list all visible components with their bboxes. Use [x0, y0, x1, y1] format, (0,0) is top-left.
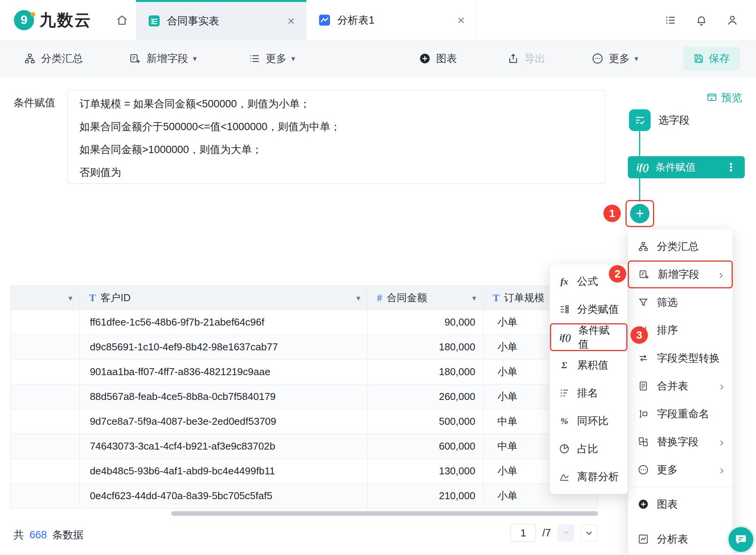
- page-number-input[interactable]: [510, 524, 536, 542]
- menu-divider: [628, 487, 732, 487]
- notification-bell-icon[interactable]: [696, 14, 707, 26]
- group-summary-button[interactable]: 分类汇总: [23, 52, 83, 65]
- menu-item-field-type-convert[interactable]: 字段类型转换: [628, 344, 732, 372]
- menu-item-merge-table[interactable]: 合并表 ›: [628, 372, 732, 400]
- chart-tab-icon: [318, 14, 331, 27]
- filter-caret-icon[interactable]: ▾: [472, 293, 476, 303]
- submenu-item-condition-assignment[interactable]: if() 条件赋值: [550, 323, 627, 351]
- text-field-icon: T: [493, 292, 499, 304]
- column-header-contract-amount[interactable]: # 合同金额 ▾: [368, 286, 483, 310]
- sigma-icon: Σ: [558, 360, 571, 371]
- category-assignment-icon: [558, 304, 571, 315]
- pie-icon: [558, 443, 571, 454]
- more-actions-label: 更多: [609, 52, 630, 65]
- menu-item-label: 排序: [657, 323, 678, 337]
- row-index-cell: [11, 459, 80, 484]
- preview-button[interactable]: 预览: [706, 91, 742, 105]
- amount-cell: 90,000: [368, 310, 483, 335]
- amount-cell: 600,000: [368, 434, 483, 459]
- toolbar: 分类汇总 新增字段 ▾ 更多 ▾ 图表 导出: [0, 40, 756, 77]
- next-page-button[interactable]: [581, 524, 598, 541]
- table-row: 74643073-3ca1-4cf4-b921-af3e9c83702b 600…: [11, 434, 598, 459]
- submenu-item-period-comparison[interactable]: % 同环比: [550, 407, 627, 435]
- percent-icon: %: [558, 416, 571, 426]
- sitemap-icon: [637, 241, 650, 252]
- filter-caret-icon[interactable]: ▾: [356, 293, 360, 303]
- submenu-item-ranking[interactable]: 排名: [550, 379, 627, 407]
- add-field-submenu: fx 公式 分类赋值 if() 条件赋值 Σ 累积值 排名 % 同环比: [550, 264, 628, 494]
- save-icon: [693, 53, 704, 64]
- kebab-menu-icon[interactable]: ⋮: [725, 161, 736, 174]
- menu-item-rename-field[interactable]: 字段重命名: [628, 400, 732, 428]
- tab-contract-fact-table[interactable]: 合同事实表 ×: [136, 0, 306, 40]
- home-icon: [116, 14, 128, 26]
- column-header-hidden[interactable]: ▾: [11, 286, 80, 310]
- customer-service-chat-button[interactable]: [727, 525, 755, 554]
- step-badge-2: 2: [609, 265, 626, 283]
- app-window: 9 九数云 合同事实表 × 分析表1 ×: [0, 0, 756, 555]
- number-field-icon: #: [377, 292, 382, 304]
- flow-node-select-field[interactable]: 选字段: [629, 109, 690, 131]
- user-account-icon[interactable]: [727, 14, 738, 26]
- submenu-item-proportion[interactable]: 占比: [550, 435, 627, 463]
- chart-button[interactable]: 图表: [418, 52, 457, 65]
- menu-item-add-field[interactable]: 新增字段 ›: [628, 260, 733, 288]
- replace-field-icon: [637, 436, 650, 447]
- plus-circle-icon: [637, 499, 650, 510]
- chevron-right-icon: ›: [720, 380, 724, 392]
- flow-node-condition-assignment[interactable]: if() 条件赋值 ⋮: [628, 156, 745, 178]
- menu-item-label: 筛选: [657, 295, 678, 309]
- submenu-item-label: 公式: [577, 274, 598, 288]
- menu-item-filter[interactable]: 筛选: [628, 288, 732, 316]
- total-count: 668: [29, 529, 47, 541]
- home-button[interactable]: [108, 0, 136, 40]
- menu-item-label: 新增字段: [658, 267, 699, 281]
- condition-formula-editor[interactable]: 订单规模 = 如果合同金额<500000，则值为小单； 如果合同金额介于5000…: [67, 90, 605, 184]
- row-index-cell: [11, 360, 80, 384]
- scrollbar-thumb[interactable]: [171, 511, 598, 516]
- submenu-item-label: 排名: [577, 386, 598, 400]
- menu-item-chart[interactable]: 图表: [628, 490, 732, 518]
- merge-table-icon: [637, 381, 650, 391]
- chevron-right-icon: ›: [719, 268, 723, 281]
- add-field-button[interactable]: 新增字段 ▾: [129, 52, 197, 65]
- row-index-cell: [11, 335, 80, 360]
- add-field-icon: [129, 53, 142, 64]
- previous-page-button[interactable]: [557, 524, 574, 541]
- if-icon: if(): [636, 162, 649, 173]
- submenu-item-cumulative-value[interactable]: Σ 累积值: [550, 351, 627, 379]
- tab-label: 合同事实表: [167, 14, 219, 28]
- export-button[interactable]: 导出: [507, 52, 545, 65]
- task-list-icon[interactable]: [665, 14, 676, 26]
- save-label: 保存: [709, 52, 730, 65]
- step-badge-3: 3: [631, 326, 648, 344]
- more-tools-button[interactable]: 更多 ▾: [248, 52, 295, 65]
- close-icon[interactable]: ×: [287, 15, 295, 27]
- menu-item-analysis-table[interactable]: 分析表: [628, 525, 732, 553]
- page-total-label: /7: [542, 527, 551, 539]
- column-header-customer-id[interactable]: T 客户ID ▾: [80, 286, 368, 310]
- more-actions-button[interactable]: 更多 ▾: [591, 52, 638, 65]
- formula-line: 如果合同金额介于500000<=值<1000000，则值为中单；: [79, 115, 593, 138]
- menu-item-label: 字段类型转换: [657, 351, 720, 365]
- rename-field-icon: [637, 408, 650, 419]
- amount-cell: 210,000: [368, 484, 483, 508]
- submenu-item-outlier-analysis[interactable]: 离群分析: [550, 463, 627, 491]
- sitemap-icon: [23, 53, 36, 64]
- submenu-item-category-assignment[interactable]: 分类赋值: [550, 295, 627, 323]
- add-step-button[interactable]: +: [630, 204, 649, 223]
- close-icon[interactable]: ×: [457, 14, 465, 26]
- chevron-down-icon: ▾: [291, 54, 295, 63]
- filter-caret-icon[interactable]: ▾: [69, 293, 72, 303]
- save-button[interactable]: 保存: [683, 47, 740, 71]
- tab-label: 分析表1: [337, 13, 375, 27]
- menu-item-group-summary[interactable]: 分类汇总: [628, 233, 732, 260]
- menu-item-more[interactable]: 更多 ›: [628, 456, 732, 484]
- tab-analysis-table-1[interactable]: 分析表1 ×: [306, 0, 477, 40]
- customer-id-cell: 9d7ce8a7-5f9a-4087-be3e-2ed0edf53709: [80, 409, 368, 434]
- submenu-item-label: 离群分析: [577, 470, 619, 484]
- menu-item-label: 字段重命名: [657, 407, 709, 421]
- customer-id-cell: ff61dfee-1c56-48b6-9f7b-21abef64c96f: [80, 310, 368, 335]
- flow-connector: [639, 131, 640, 156]
- menu-item-replace-field[interactable]: 替换字段 ›: [628, 428, 732, 456]
